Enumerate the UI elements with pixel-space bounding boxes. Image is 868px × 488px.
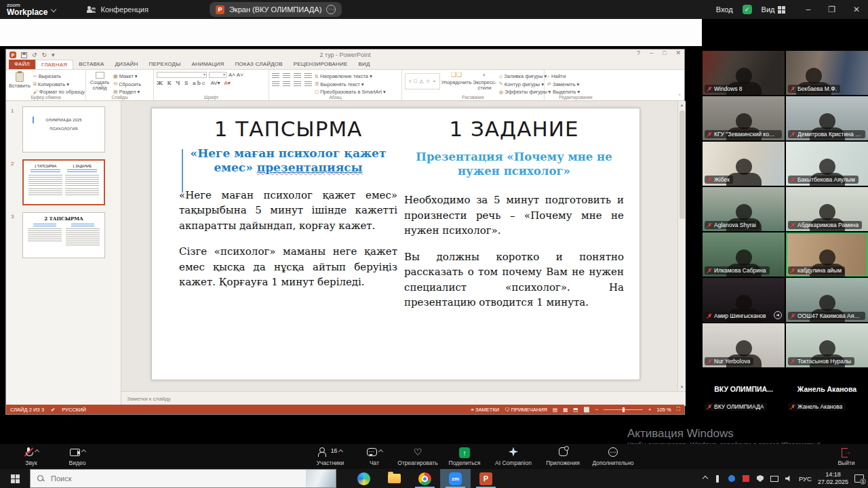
- notes-pane[interactable]: Заметки к слайду: [121, 391, 686, 406]
- taskbar-chrome-icon[interactable]: [410, 469, 440, 488]
- align-buttons[interactable]: [272, 81, 312, 87]
- zoom-slider[interactable]: [604, 409, 643, 410]
- char-spacing-button[interactable]: AV▾: [210, 80, 220, 86]
- participant-tile[interactable]: Амир Шингысканов: [703, 278, 785, 322]
- participant-tile[interactable]: Илкамова Сабрина: [703, 232, 785, 277]
- view-slideshow-icon[interactable]: ⬜: [583, 407, 589, 413]
- collapse-ribbon-icon[interactable]: ⌃: [677, 94, 682, 99]
- taskbar-edge-icon[interactable]: [349, 469, 379, 488]
- leave-button[interactable]: Выйти: [830, 447, 863, 466]
- comments-toggle[interactable]: 🗨 ПРИМЕЧАНИЯ: [505, 407, 547, 413]
- tab-shared-screen[interactable]: P Экран (ВКУ ОЛИМПИАДА) ⋯: [210, 2, 342, 17]
- shape-effects-button[interactable]: ◍Эффекты фигуры ▾: [499, 89, 551, 95]
- app-tray-icon-red[interactable]: [742, 474, 750, 483]
- align-text-button[interactable]: ☰Выровнять текст ▾: [315, 81, 386, 87]
- volume-icon[interactable]: [785, 474, 793, 483]
- arrange-button[interactable]: ❏❏ Упорядочить: [443, 72, 470, 94]
- font-size-select[interactable]: [209, 72, 226, 78]
- copy-button[interactable]: ⧉Копировать ▾: [33, 81, 85, 87]
- tab-home[interactable]: ГЛАВНАЯ: [35, 60, 73, 69]
- maximize-button[interactable]: ❐: [828, 5, 835, 14]
- participant-tile[interactable]: Токтасынов Нуралы: [786, 323, 868, 367]
- tab-review[interactable]: РЕЦЕНЗИРОВАНИЕ: [288, 60, 353, 69]
- chat-button[interactable]: ⋯ Чат: [355, 447, 393, 466]
- start-button[interactable]: [0, 469, 30, 488]
- participants-options-chevron[interactable]: [338, 449, 343, 453]
- participant-tile[interactable]: Бакытбекова Аяулым: [786, 142, 868, 186]
- network-icon[interactable]: [770, 474, 778, 483]
- apps-button[interactable]: Приложения: [540, 447, 586, 466]
- chevron-down-icon[interactable]: [51, 7, 56, 12]
- select-button[interactable]: ↖Выделить ▾: [547, 89, 580, 95]
- audio-button[interactable]: Звук: [9, 447, 53, 466]
- language-indicator[interactable]: РУС: [799, 475, 812, 483]
- usb-tray-icon[interactable]: [713, 474, 722, 483]
- layout-button[interactable]: ▦Макет ▾: [113, 73, 141, 79]
- tray-expand-chevron[interactable]: [703, 476, 708, 481]
- spellcheck-icon[interactable]: ✔: [51, 407, 55, 413]
- view-button[interactable]: Вид: [762, 5, 786, 14]
- font-style-buttons[interactable]: Ж К Ч S abc: [157, 80, 206, 86]
- view-reading-icon[interactable]: ⬒: [573, 407, 578, 413]
- tab-view[interactable]: ВИД: [353, 60, 376, 69]
- participant-tile[interactable]: КГУ "Зевакинский комплек...: [703, 96, 785, 140]
- search-daily-image[interactable]: [306, 470, 336, 487]
- tab-insert[interactable]: ВСТАВКА: [73, 60, 109, 69]
- tab-transitions[interactable]: ПЕРЕХОДЫ: [144, 60, 186, 69]
- quick-styles-button[interactable]: ◐ Экспресс-стили: [473, 72, 496, 94]
- zoom-out-button[interactable]: −: [595, 407, 598, 413]
- minimize-button[interactable]: –: [806, 5, 810, 14]
- format-painter-button[interactable]: 🖌Формат по образцу: [33, 89, 85, 95]
- tab-meeting[interactable]: Конференция: [87, 5, 148, 14]
- chat-options-chevron[interactable]: [378, 449, 382, 453]
- smartart-button[interactable]: ⬡Преобразовать в SmartArt ▾: [315, 89, 386, 95]
- fit-to-window-icon[interactable]: ⛶: [677, 406, 680, 413]
- ppt-help-button[interactable]: ?: [637, 49, 640, 56]
- taskbar-zoom-icon[interactable]: zm: [440, 469, 471, 488]
- tab-design[interactable]: ДИЗАЙН: [109, 60, 143, 69]
- security-shield-icon[interactable]: ✓: [743, 5, 752, 14]
- slide-editing-area[interactable]: 1 ТАПСЫРМА «Неге маған психолог қажет ем…: [151, 108, 640, 380]
- tab-more-icon[interactable]: ⋯: [326, 5, 336, 14]
- ppt-minimize-button[interactable]: –: [650, 49, 653, 56]
- zoom-percentage[interactable]: 105 %: [656, 407, 671, 413]
- close-button[interactable]: ✕: [853, 5, 860, 14]
- clock[interactable]: 14:18 27.02.2025: [818, 471, 848, 487]
- participant-tile[interactable]: Aglanova Shyrai: [703, 187, 785, 231]
- slide-thumbnail-1[interactable]: ОЛИМПИАДА 2025 ПСИХОЛОГИЯ: [22, 106, 105, 152]
- participant-tile[interactable]: ВКУ ОЛИМПИА... ВКУ ОЛИМПИАДА: [703, 369, 785, 413]
- participant-tile-active-speaker[interactable]: кабдулина айым: [786, 232, 868, 277]
- participant-tile[interactable]: ООШ47 Какимова Аяул...: [786, 278, 868, 322]
- shape-outline-button[interactable]: ✎Контур фигуры ▾: [499, 81, 551, 87]
- taskbar-powerpoint-icon[interactable]: P: [471, 469, 501, 488]
- participants-button[interactable]: 16 Участники: [307, 447, 354, 466]
- zoom-in-button[interactable]: +: [648, 407, 651, 413]
- paste-button[interactable]: Вставить: [9, 72, 31, 94]
- cut-button[interactable]: ✂Вырезать: [33, 73, 85, 79]
- participant-tile[interactable]: Жібек: [703, 142, 785, 186]
- language-indicator[interactable]: РУССКИЙ: [62, 407, 86, 413]
- shapes-gallery[interactable]: ○ □ △ ☆ ⌁: [405, 73, 440, 89]
- participant-tile[interactable]: Абдикаримова Рамина: [786, 187, 868, 231]
- security-tray-icon[interactable]: [756, 474, 764, 483]
- grow-shrink-font-buttons[interactable]: A˄ A˅: [229, 72, 243, 78]
- canvas-scrollbar[interactable]: ▲ ▲ ▼: [677, 101, 686, 406]
- audio-options-chevron[interactable]: [34, 449, 39, 453]
- more-button[interactable]: ⋯ Дополнительно: [587, 447, 639, 466]
- taskbar-explorer-icon[interactable]: [379, 469, 410, 488]
- ppt-maximize-button[interactable]: □: [663, 49, 666, 56]
- search-input[interactable]: [50, 474, 253, 483]
- scrollbar-thumb[interactable]: [679, 110, 685, 219]
- video-button[interactable]: Видео: [56, 447, 99, 466]
- participant-tile[interactable]: Windows 8: [703, 51, 785, 95]
- signin-button[interactable]: Вход: [716, 5, 733, 14]
- notes-toggle[interactable]: ≡ ЗАМЕТКИ: [471, 407, 500, 413]
- text-direction-button[interactable]: ⇅Направление текста ▾: [315, 73, 386, 79]
- shape-fill-button[interactable]: ◇Заливка фигуры ▾: [499, 73, 551, 79]
- replace-button[interactable]: ⇄Заменить ▾: [547, 81, 580, 87]
- app-tray-icon-blue[interactable]: [728, 474, 736, 483]
- participant-tile[interactable]: Демитрова Кристина ш...: [786, 96, 868, 140]
- slide-thumbnail-3[interactable]: 2 ТАПСЫРМА: [22, 212, 105, 258]
- participant-tile[interactable]: Nur Yerbolova: [703, 323, 785, 367]
- ppt-close-button[interactable]: ✕: [675, 49, 681, 56]
